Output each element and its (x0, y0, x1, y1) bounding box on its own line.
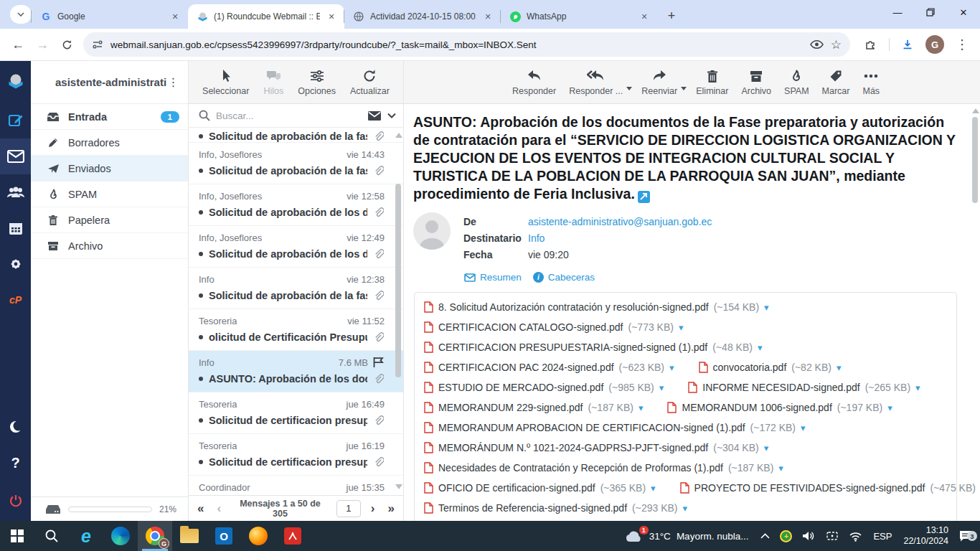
keyboard-language[interactable]: ESP (867, 531, 897, 542)
menu-kebab-icon[interactable]: ⋮ (950, 32, 974, 57)
list-item[interactable]: Coordinadorjue 15:35 Proformas de necesi… (189, 476, 403, 495)
list-scrollbar[interactable] (395, 130, 402, 492)
back-icon[interactable]: ← (6, 32, 30, 57)
new-tab-button[interactable]: + (661, 6, 682, 26)
tab-whatsapp[interactable]: WhatsApp ✕ (501, 4, 657, 29)
select-button[interactable]: Seleccionar (196, 68, 255, 96)
weather-widget[interactable]: 1 31°C Mayorm. nubla... (618, 529, 756, 542)
antivirus-icon[interactable]: + (775, 530, 797, 542)
mail-module-icon[interactable] (0, 138, 31, 174)
attachment[interactable]: ESTUDIO DE MERCADO-signed.pdf(~985 KB) ▾ (424, 382, 664, 393)
tab-close-icon[interactable]: ✕ (482, 11, 494, 22)
attachment-menu-caret[interactable]: ▾ (764, 443, 769, 453)
scroll-up-icon[interactable] (395, 133, 402, 138)
attachment-menu-caret[interactable]: ▾ (915, 382, 920, 393)
to-recipient-link[interactable]: Info (528, 230, 545, 247)
tab-actividad[interactable]: Actividad 2024-10-15 08:00:00 ✕ (344, 4, 501, 29)
folder-item-enviados[interactable]: Enviados (31, 156, 188, 182)
tab-close-icon[interactable]: ✕ (639, 11, 650, 22)
window-restore-button[interactable] (914, 0, 947, 24)
scrollbar-thumb[interactable] (395, 184, 401, 377)
list-item[interactable]: Tesoreriajue 16:49 Solicitud de certific… (189, 392, 403, 434)
start-button[interactable] (0, 521, 34, 551)
archive-button[interactable]: Archivo (735, 68, 778, 96)
list-item-selected[interactable]: Info 7.6 MB ASUNTO: Aprobación de los do… (189, 351, 403, 392)
headers-link[interactable]: i Cabeceras (533, 272, 595, 283)
refresh-button[interactable]: Actualizar (344, 68, 396, 96)
firefox-icon[interactable] (241, 521, 275, 551)
internet-explorer-icon[interactable]: e (69, 521, 103, 551)
flag-icon[interactable] (372, 357, 385, 368)
attachment-menu-caret[interactable]: ▾ (679, 322, 684, 333)
scrollbar-thumb[interactable] (972, 117, 978, 203)
attachment[interactable]: PROYECTO DE FESTIVIDADES-signed-signed.p… (680, 482, 980, 494)
connect-display-icon[interactable] (821, 531, 844, 542)
page-number-input[interactable] (336, 500, 361, 517)
attachment[interactable]: CERTIFICACION CATALOGO-signed.pdf(~773 K… (424, 321, 683, 333)
attachment[interactable]: MEMORANDUM 1006-signed.pdf(~197 KB) ▾ (667, 402, 892, 413)
mark-button[interactable]: Marcar (816, 68, 857, 96)
folder-item-papelera[interactable]: Papelera (31, 207, 188, 233)
message-scrollbar[interactable] (971, 105, 979, 521)
from-address-link[interactable]: asistente-administrativo@sanjuan.gob.ec (528, 214, 712, 230)
tab-roundcube[interactable]: (1) Roundcube Webmail :: Envia ✕ (188, 4, 344, 29)
attachment-menu-caret[interactable]: ▾ (764, 302, 769, 313)
attachment-menu-caret[interactable]: ▾ (651, 483, 656, 494)
account-menu-kebab-icon[interactable]: ⋮ (166, 75, 181, 89)
scroll-up-icon[interactable] (972, 108, 979, 113)
attachment[interactable]: MEMORANDUM 229-signed.pdf(~187 KB) ▾ (424, 402, 643, 413)
volume-icon[interactable] (797, 530, 821, 542)
reply-all-menu-caret[interactable] (626, 87, 632, 90)
reply-all-button[interactable]: Responder ... (562, 68, 629, 96)
next-page-button[interactable]: › (368, 501, 378, 516)
attachment[interactable]: OFICIO DE certificacion-signed.pdf(~365 … (424, 482, 656, 494)
attachment-menu-caret[interactable]: ▾ (659, 382, 664, 393)
last-page-button[interactable]: » (385, 501, 397, 516)
omnibox[interactable]: webmail.sanjuan.gob.ec/cpsess5423996997/… (83, 32, 850, 57)
list-item[interactable]: Tesoreriavie 11:52 olicitud de Certifica… (189, 309, 403, 351)
attachment[interactable]: Terminos de Referencia-signed-signed.pdf… (424, 502, 687, 514)
notification-center-icon[interactable]: 3 (954, 529, 980, 542)
tab-close-icon[interactable]: ✕ (326, 11, 337, 22)
calendar-icon[interactable] (0, 210, 31, 246)
chrome-icon[interactable]: G (138, 521, 172, 551)
threads-button[interactable]: Hilos (257, 68, 290, 96)
attachment-menu-caret[interactable]: ▾ (778, 463, 783, 474)
attachment[interactable]: MEMORÁNDUM N.º 1021-2024-GADPRSJ-PJFT-si… (424, 442, 768, 453)
scroll-down-icon[interactable] (395, 484, 402, 489)
bookmark-star-icon[interactable]: ☆ (831, 37, 842, 52)
settings-gear-icon[interactable] (0, 246, 31, 282)
site-settings-tune-icon[interactable] (92, 39, 103, 50)
attachment-menu-caret[interactable]: ▾ (682, 503, 687, 514)
url-text[interactable]: webmail.sanjuan.gob.ec/cpsess5423996997/… (110, 39, 810, 50)
folder-item-spam[interactable]: SPAM (31, 182, 188, 207)
cpanel-logo[interactable]: cP (0, 282, 31, 318)
attachment[interactable]: Necesidades de Contratación y Recepción … (424, 462, 783, 474)
options-button[interactable]: Opciones (291, 68, 342, 96)
contacts-icon[interactable] (0, 174, 31, 210)
list-item[interactable]: Info, Josefloresvie 12:49 Solicitud de a… (189, 226, 403, 268)
spam-button[interactable]: SPAM (778, 68, 816, 96)
delete-button[interactable]: Eliminar (689, 68, 735, 96)
list-item[interactable]: Tesoreriajue 16:19 Solicitud de certific… (189, 434, 403, 476)
attachment-menu-caret[interactable]: ▾ (837, 362, 842, 373)
edge-icon[interactable] (103, 521, 138, 551)
folder-item-archivo[interactable]: Archivo (31, 233, 188, 259)
attachment-menu-caret[interactable]: ▾ (801, 423, 806, 433)
attachment-menu-caret[interactable]: ▾ (887, 402, 892, 413)
attachment-menu-caret[interactable]: ▾ (669, 362, 674, 373)
search-options-chevron-icon[interactable] (387, 113, 396, 118)
prev-page-button[interactable]: ‹ (214, 501, 224, 516)
compose-icon[interactable] (0, 103, 31, 138)
list-item[interactable]: Infovie 12:38 Solicitud de aprobación de… (189, 268, 403, 309)
window-minimize-button[interactable]: — (881, 0, 914, 24)
attachment[interactable]: 8. Solicitud Autorización contratación y… (424, 301, 769, 313)
forward-button[interactable]: Reenviar (635, 68, 684, 96)
open-in-new-window-icon[interactable] (638, 191, 650, 203)
outlook-icon[interactable]: O (207, 521, 241, 551)
preview-eye-icon[interactable] (810, 39, 824, 50)
list-item[interactable]: Info, Josefloresvie 14:43 Solicitud de a… (189, 143, 403, 184)
acrobat-icon[interactable] (275, 521, 310, 551)
logout-power-icon[interactable] (0, 481, 31, 521)
file-explorer-icon[interactable] (172, 521, 207, 551)
